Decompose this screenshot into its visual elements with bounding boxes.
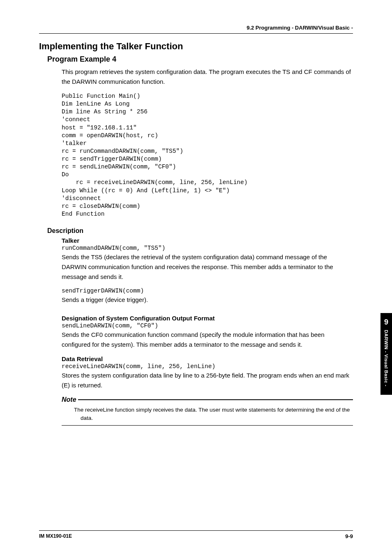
description-heading: Description [47,227,353,235]
talker-heading: Talker [62,237,353,244]
note-heading: Note [62,396,353,403]
talker-para-2: Sends a trigger (device trigger). [62,295,353,305]
designation-heading: Designation of System Configuration Outp… [62,315,353,322]
retrieval-heading: Data Retrieval [62,355,353,362]
footer-doc-id: IM MX190-01E [39,533,72,539]
page-title: Implementing the Talker Function [39,41,353,52]
section-heading-example: Program Example 4 [47,55,353,64]
running-header: 9.2 Programming - DARWIN/Visual Basic - [39,25,353,34]
retrieval-code: receiveLineDARWIN(comm, line, 256, lenLi… [62,363,353,370]
chapter-tab: 9 DARWIN - Visual Basic - [380,313,392,395]
footer-page-number: 9-9 [345,533,353,539]
talker-code-1: runCommandDARWIN(comm, "TS5") [62,245,353,251]
intro-paragraph: This program retrieves the system config… [62,67,353,87]
note-rule-bottom [62,425,353,426]
code-example: Public Function Main() Dim lenLine As Lo… [62,92,353,218]
note-label: Note [62,396,76,403]
chapter-number: 9 [380,318,392,327]
chapter-label: DARWIN - Visual Basic - [384,330,389,387]
retrieval-para: Stores the system configuration data lin… [62,371,353,390]
designation-code: sendLineDARWIN(comm, "CF0") [62,322,353,329]
talker-para-1: Sends the TS5 (declares the retrieval of… [62,252,353,282]
designation-para: Sends the CF0 communication function com… [62,330,353,350]
talker-code-2: sendTriggerDARWIN(comm) [62,288,353,294]
note-text: The receiveLine function simply receives… [74,406,353,423]
note-rule-top [78,399,353,400]
page-footer: IM MX190-01E 9-9 [39,530,353,539]
